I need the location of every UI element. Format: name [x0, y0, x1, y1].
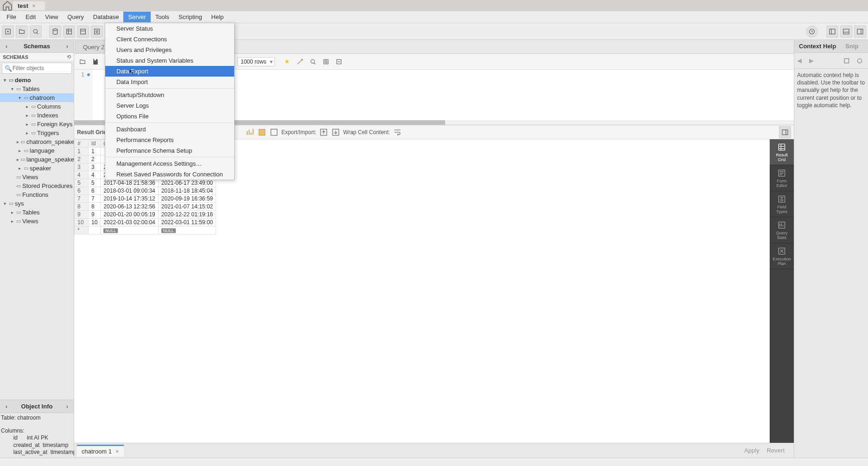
open-script-icon[interactable] — [77, 57, 88, 67]
tree-item-functions[interactable]: ▭Functions — [0, 190, 74, 199]
menu-item-options-file[interactable]: Options File — [105, 111, 234, 122]
tree-item-chatroom-speaker[interactable]: ▸▭chatroom_speaker — [0, 137, 74, 146]
cell[interactable]: 1 — [75, 148, 89, 155]
chevron-left-icon[interactable]: ‹ — [2, 403, 11, 410]
expand-icon[interactable]: ▾ — [2, 78, 7, 83]
cell[interactable]: 7 — [89, 195, 101, 203]
tree-item-stored-procedures[interactable]: ▭Stored Procedures — [0, 181, 74, 190]
form-icon[interactable] — [257, 128, 267, 137]
expand-icon[interactable]: ▸ — [9, 219, 15, 224]
menu-item-management-access-settings-[interactable]: Management Access Settings… — [105, 158, 234, 169]
cell[interactable]: 8 — [89, 203, 101, 211]
auto-help-icon[interactable] — [841, 56, 852, 66]
menu-file[interactable]: File — [2, 12, 21, 22]
cell[interactable]: 2021-01-07 14:15:02 — [158, 203, 216, 211]
cell[interactable]: 6 — [75, 187, 89, 195]
tree-item-sys[interactable]: ▾▭sys — [0, 199, 74, 208]
cell[interactable] — [89, 227, 101, 234]
result-grid[interactable]: #idcreated_atlast_active_at1122332020-02… — [74, 139, 770, 443]
cell[interactable]: 2022-03-01 11:59:00 — [158, 219, 216, 227]
snippets-tab[interactable]: Snip — [845, 43, 858, 50]
menu-item-status-and-system-variables[interactable]: Status and System Variables — [105, 55, 234, 66]
menu-item-startup-shutdown[interactable]: Startup/Shutdown — [105, 90, 234, 100]
save-script-icon[interactable] — [90, 57, 101, 67]
menu-item-data-export[interactable]: Data Export — [105, 66, 234, 77]
cell[interactable]: 1 — [89, 148, 101, 155]
tree-item-language-speaker[interactable]: ▸▭language_speaker — [0, 155, 74, 164]
column-header[interactable]: id — [89, 140, 101, 148]
table-row[interactable]: 882020-06-13 12:32:562021-01-07 14:15:02 — [75, 203, 216, 211]
chevron-right-icon[interactable]: › — [63, 43, 72, 50]
table-row[interactable]: *NULLNULL — [75, 227, 216, 234]
side-query-stats[interactable]: QueryStats — [770, 217, 794, 243]
tree-item-speaker[interactable]: ▸▭speaker — [0, 164, 74, 173]
menu-view[interactable]: View — [40, 12, 63, 22]
cell[interactable]: 2020-06-13 12:32:56 — [101, 203, 158, 211]
new-procedure-icon[interactable] — [91, 26, 103, 38]
table-row[interactable]: 772019-10-14 17:35:122020-09-19 16:36:59 — [75, 195, 216, 203]
cell[interactable]: 5 — [75, 179, 89, 187]
expand-icon[interactable]: ▸ — [24, 130, 30, 136]
cell[interactable]: 2 — [75, 155, 89, 163]
tree-item-views[interactable]: ▸▭Views — [0, 217, 74, 226]
beautify-icon[interactable] — [294, 57, 306, 67]
side-execution-plan[interactable]: ExecutionPlan — [770, 243, 794, 269]
panel-bottom-icon[interactable] — [840, 26, 852, 38]
chevron-right-icon[interactable]: › — [63, 403, 72, 410]
menu-help[interactable]: Help — [207, 12, 229, 22]
revert-button[interactable]: Revert — [767, 447, 785, 454]
table-row[interactable]: 992020-01-20 00:05:192020-12-22 01:19:16 — [75, 211, 216, 219]
refresh-icon[interactable]: ⟲ — [67, 54, 71, 60]
tree-item-indexes[interactable]: ▸▭Indexes — [0, 111, 74, 120]
menu-item-data-import[interactable]: Data Import — [105, 77, 234, 87]
cell[interactable]: 2020-12-22 01:19:16 — [158, 211, 216, 219]
cell[interactable]: 8 — [75, 203, 89, 211]
tree-item-tables[interactable]: ▸▭Tables — [0, 208, 74, 217]
tree-item-tables[interactable]: ▾▭Tables — [0, 84, 74, 93]
field-types-icon[interactable] — [269, 128, 279, 137]
star-icon[interactable]: ★ — [281, 57, 293, 67]
cell[interactable]: 9 — [75, 211, 89, 219]
tree-item-views[interactable]: ▭Views — [0, 173, 74, 181]
result-tab[interactable]: chatroom 1 × — [77, 445, 124, 457]
tree-item-triggers[interactable]: ▸▭Triggers — [0, 129, 74, 137]
expand-icon[interactable]: ▸ — [17, 166, 22, 171]
menu-tools[interactable]: Tools — [151, 12, 174, 22]
cell[interactable]: 2022-01-03 02:00:04 — [101, 219, 158, 227]
panel-right-icon[interactable] — [854, 26, 866, 38]
side-result-grid[interactable]: ResultGrid — [770, 139, 794, 165]
cell[interactable]: 9 — [89, 211, 101, 219]
cell[interactable]: 7 — [75, 195, 89, 203]
manual-help-icon[interactable] — [854, 56, 865, 66]
wrap-cell-icon[interactable] — [393, 128, 402, 137]
find-icon[interactable] — [307, 57, 319, 67]
cell[interactable]: 2018-11-18 18:45:04 — [158, 187, 216, 195]
expand-icon[interactable]: ▾ — [2, 201, 7, 206]
reconnect-icon[interactable] — [806, 26, 818, 38]
menu-item-performance-reports[interactable]: Performance Reports — [105, 135, 234, 145]
new-sql-tab-icon[interactable] — [2, 26, 14, 38]
menu-item-server-status[interactable]: Server Status — [105, 23, 234, 34]
menu-item-users-and-privileges[interactable]: Users and Privileges — [105, 45, 234, 55]
cell[interactable]: 2019-10-14 17:35:12 — [101, 195, 158, 203]
cell[interactable]: 5 — [89, 179, 101, 187]
import-icon[interactable] — [331, 128, 340, 137]
cell[interactable]: 2021-06-17 23:49:00 — [158, 179, 216, 187]
expand-icon[interactable]: ▾ — [9, 86, 15, 91]
new-table-icon[interactable] — [63, 26, 75, 38]
cell[interactable]: NULL — [101, 227, 158, 234]
chevron-left-icon[interactable]: ‹ — [2, 43, 11, 50]
home-icon[interactable] — [2, 0, 13, 11]
forward-icon[interactable]: ▶ — [809, 57, 814, 64]
new-schema-icon[interactable] — [49, 26, 61, 38]
toggle-panel-icon[interactable] — [779, 126, 791, 138]
new-view-icon[interactable] — [77, 26, 89, 38]
inspector-icon[interactable] — [30, 26, 42, 38]
schema-tree[interactable]: ▾▭demo▾▭Tables▾▭chatroom▸▭Columns▸▭Index… — [0, 76, 74, 400]
menu-item-dashboard[interactable]: Dashboard — [105, 124, 234, 135]
cell[interactable]: 3 — [75, 163, 89, 171]
panel-left-icon[interactable] — [826, 26, 838, 38]
expand-icon[interactable]: ▸ — [24, 104, 30, 109]
export-icon[interactable] — [319, 128, 328, 137]
close-icon[interactable]: × — [115, 448, 119, 455]
